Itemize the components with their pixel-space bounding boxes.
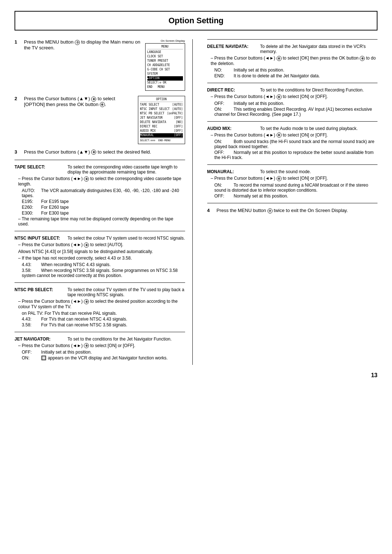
ntsc-443: 4.43: When recording NTSC 4.43 signals. <box>15 262 185 267</box>
step-1-content: Press the MENU button ⑦ to display the M… <box>24 39 185 91</box>
step-2-text: Press the Cursor buttons (▲▼) ⑥ to selec… <box>24 96 134 107</box>
section-audio-mix: AUDIO MIX: To set the Audio mode to be u… <box>207 126 378 160</box>
option-screen: OPTION TAPE SELECT[AUTO] NTSC INPUT SELE… <box>138 96 185 144</box>
ntsc-pb-358: 3.58: For TVs that can receive NTSC 3.58… <box>15 322 185 327</box>
ntsc-input-label: NTSC INPUT SELECT: <box>15 236 62 241</box>
delete-nav-ok-icon: ⑥ <box>360 56 365 61</box>
ntsc-input-header: NTSC INPUT SELECT: To select the colour … <box>15 236 185 241</box>
opt-footer: SELECT:⊙⊙⊙ END·MENU <box>140 138 183 143</box>
ntsc-input-bullet-1: – Press the Cursor buttons (◄►) ⑥ to sel… <box>15 242 185 248</box>
opt-monaural: MONAURAL[OFF] <box>140 133 183 138</box>
step-2: 2 Press the Cursor buttons (▲▼) ⑥ to sel… <box>15 96 185 144</box>
menu-row-option: ►OPTION <box>147 76 183 81</box>
audio-mix-label: AUDIO MIX: <box>207 126 254 131</box>
section-direct-rec: DIRECT REC: To set to the conditions for… <box>207 87 378 117</box>
audio-mix-header: AUDIO MIX: To set the Audio mode to be u… <box>207 126 378 131</box>
tape-select-desc: To select the corresponding video casset… <box>68 164 185 175</box>
jet-nav-off: OFF: Initially set at this position. <box>15 350 185 355</box>
divider-after-steps <box>15 160 185 160</box>
menu-row-system: SYSTEM <box>147 72 183 76</box>
jet-nav-header: JET NAVIGATOR: To set to the conditions … <box>15 337 185 342</box>
direct-rec-icon: ⑥ <box>277 94 282 99</box>
menu-icon-4: ⑦ <box>268 208 273 213</box>
opt-jet: JET NAVIGATOR[OFF] <box>140 116 183 120</box>
ntsc-pb-header: NTSC PB SELECT: To select the colour TV … <box>15 287 185 297</box>
menu-row-language: LANGUAGE <box>147 50 183 54</box>
step-4-content: Press the MENU button ⑦ twice to exit th… <box>217 208 378 213</box>
option-title: OPTION <box>140 97 183 102</box>
ntsc-358: 3.58: When recording NTSC 3.58 signals. … <box>15 268 185 278</box>
menu-row-select: SELECT:⊙ OK <box>147 81 183 85</box>
step-2-num: 2 <box>15 96 20 144</box>
audio-mix-on: ON: Both sound tracks (the Hi-Fi sound t… <box>207 139 378 149</box>
menu-icon-1: ⑦ <box>75 40 80 45</box>
monaural-header: MONAURAL: To select the sound mode. <box>207 169 378 174</box>
right-column: DELETE NAVIDATA: To delete all the Jet N… <box>204 39 378 365</box>
delete-nav-header: DELETE NAVIDATA: To delete all the Jet N… <box>207 44 378 54</box>
divider-audio-mix <box>207 121 378 122</box>
opt-ntsc-pb: NTSC PB SELECT[onPALTV] <box>140 111 183 116</box>
monaural-desc: To select the sound mode. <box>260 169 378 174</box>
tape-e195: E195: For E195 tape <box>15 199 185 204</box>
ntsc-input-bullet-3: – If the tape has not recorded correctly… <box>15 256 185 261</box>
direct-rec-desc: To set to the conditions for Direct Reco… <box>260 87 378 93</box>
divider-jet-nav <box>15 332 185 332</box>
tape-e260: E260: For E260 tape <box>15 205 185 210</box>
tape-icon-1: ⑥ <box>84 176 89 182</box>
screen-label-1: On Screen Display <box>145 39 185 42</box>
section-ntsc-pb: NTSC PB SELECT: To select the colour TV … <box>15 287 185 327</box>
step-3-content: Press the Cursor buttons (▲▼) ⑥ to selec… <box>24 149 185 155</box>
tape-note: – The remaining tape time may not be dis… <box>15 216 185 227</box>
cursor-icon-2: ⑥ <box>91 97 96 102</box>
menu-screen: MENU LANGUAGE CLOCK SET TUNER PRESET CH … <box>145 43 185 91</box>
ntsc-pb-label: NTSC PB SELECT: <box>15 287 62 297</box>
section-ntsc-input: NTSC INPUT SELECT: To select the colour … <box>15 236 185 278</box>
jet-nav-desc: To set to the conditions for the Jet Nav… <box>68 337 185 342</box>
step-4: 4 Press the MENU button ⑦ twice to exit … <box>207 208 378 213</box>
menu-row-end: END MENU <box>147 85 183 89</box>
step-1: 1 Press the MENU button ⑦ to display the… <box>15 39 185 91</box>
step-1-screen: On Screen Display MENU LANGUAGE CLOCK SE… <box>145 39 185 91</box>
tape-select-label: TAPE SELECT: <box>15 164 62 175</box>
direct-rec-label: DIRECT REC: <box>207 87 254 93</box>
delete-nav-bullet-1: – Press the Cursor buttons (◄►) ⑥ to sel… <box>207 56 378 66</box>
direct-rec-on: ON: This setting enables Direct Recordin… <box>207 107 378 117</box>
step-1-text: Press the MENU button ⑦ to display the M… <box>24 39 142 50</box>
tape-bullet-1: – Press the Cursor buttons (◄►) ⑥ to sel… <box>15 176 185 187</box>
right-top-divider <box>207 39 378 40</box>
direct-rec-bullet-1: – Press the Cursor buttons (◄►) ⑥ to sel… <box>207 94 378 99</box>
divider-monaural <box>207 164 378 165</box>
jet-nav-bullet-1: – Press the Cursor buttons (◄►) ⑥ to sel… <box>15 343 185 349</box>
audio-mix-desc: To set the Audio mode to be used during … <box>260 126 378 131</box>
cursor-icon-3: ⑥ <box>91 150 96 155</box>
tape-e300: E300: For E300 tape <box>15 211 185 216</box>
ntsc-input-bullet-2: Allows NTSC [4.43] or [3.58] signals to … <box>15 249 185 254</box>
ntsc-pb-bullet-1: – Press the Cursor buttons (◄►) ⑥ to sel… <box>15 299 185 309</box>
monaural-icon: ⑥ <box>277 176 282 181</box>
monaural-off: OFF: Normally set at this position. <box>207 194 378 199</box>
ntsc-input-desc: To select the colour TV system used to r… <box>68 236 185 241</box>
divider-ntsc-input <box>15 231 185 231</box>
menu-row-ch: CH ADD&DELETE <box>147 63 183 68</box>
menu-row-tuner: TUNER PRESET <box>147 59 183 63</box>
jet-nav-icon: ⑥ <box>84 343 89 348</box>
step-3: 3 Press the Cursor buttons (▲▼) ⑥ to sel… <box>15 149 185 155</box>
delete-nav-desc: To delete all the Jet Navigator data sto… <box>260 44 378 54</box>
opt-direct: DIRECT REC[OFF] <box>140 125 183 129</box>
ok-icon-2: ⑥ <box>100 102 105 107</box>
page-number: 13 <box>15 372 377 379</box>
jet-nav-label: JET NAVIGATOR: <box>15 337 62 342</box>
menu-row-gcode: G-CODE CH SET <box>147 68 183 72</box>
section-monaural: MONAURAL: To select the sound mode. – Pr… <box>207 169 378 199</box>
step-4-num: 4 <box>207 208 213 213</box>
opt-ntsc-in: NTSC INPUT SELECT[AUTO] <box>140 107 183 111</box>
opt-delete: DELETE NAVIDATA[NO] <box>140 120 183 125</box>
menu-row-clock: CLOCK SET <box>147 54 183 59</box>
direct-rec-header: DIRECT REC: To set to the conditions for… <box>207 87 378 93</box>
tape-auto: AUTO: The VCR automatically distinguishe… <box>15 188 185 198</box>
step-2-content: Press the Cursor buttons (▲▼) ⑥ to selec… <box>24 96 185 144</box>
delete-nav-no: NO: Initially set at this position. <box>207 68 378 73</box>
section-tape-select: TAPE SELECT: To select the corresponding… <box>15 164 185 227</box>
direct-rec-off: OFF: Initially set at this position. <box>207 101 378 106</box>
tape-select-header: TAPE SELECT: To select the corresponding… <box>15 164 185 175</box>
